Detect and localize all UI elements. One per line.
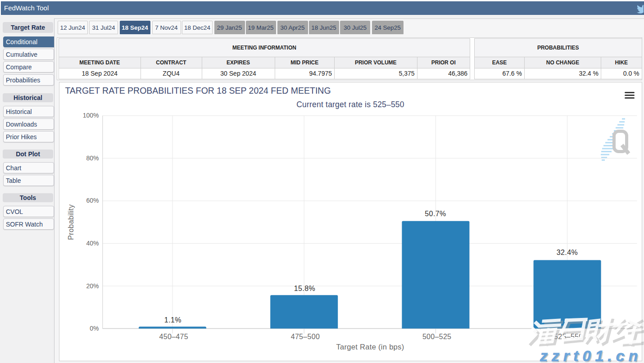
svg-text:0%: 0%: [90, 325, 99, 332]
svg-text:80%: 80%: [86, 154, 99, 162]
svg-text:100%: 100%: [83, 112, 99, 119]
svg-text:40%: 40%: [86, 240, 99, 247]
svg-text:50.7%: 50.7%: [425, 210, 446, 218]
svg-text:500–525: 500–525: [422, 333, 451, 340]
svg-text:Probability: Probability: [67, 204, 75, 240]
svg-text:15.8%: 15.8%: [294, 285, 315, 292]
svg-text:Target Rate (in bps): Target Rate (in bps): [336, 343, 404, 351]
svg-text:1.1%: 1.1%: [164, 316, 181, 324]
svg-text:20%: 20%: [86, 282, 99, 290]
svg-text:475–500: 475–500: [291, 333, 320, 340]
svg-text:450–475: 450–475: [159, 333, 188, 340]
svg-text:60%: 60%: [86, 197, 99, 204]
svg-text:32.4%: 32.4%: [557, 249, 578, 256]
